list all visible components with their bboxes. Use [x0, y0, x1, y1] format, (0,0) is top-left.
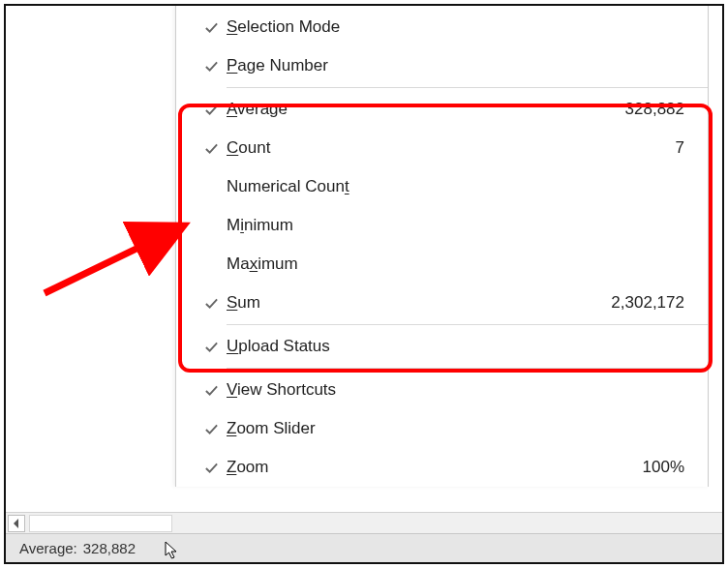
check-column	[196, 422, 227, 436]
menu-separator	[227, 87, 708, 88]
menu-item-value: 2,302,172	[611, 293, 688, 313]
check-icon	[204, 103, 219, 117]
scroll-left-button[interactable]	[8, 515, 25, 532]
check-icon	[204, 141, 219, 156]
svg-line-2	[45, 231, 172, 293]
check-icon	[204, 340, 219, 354]
check-column	[196, 296, 227, 311]
menu-item-label: Average	[227, 100, 288, 119]
check-column	[196, 59, 227, 74]
status-bar: Average: 328,882	[6, 533, 722, 562]
menu-item-minimum[interactable]: Minimum	[176, 206, 708, 245]
menu-item-value: 7	[676, 138, 688, 158]
menu-item-count[interactable]: Count7	[176, 129, 708, 167]
menu-separator	[227, 324, 708, 325]
check-icon	[204, 59, 219, 74]
menu-item-label: Sum	[227, 293, 260, 313]
status-bar-context-menu: Selection ModePage NumberAverage328,882C…	[175, 6, 709, 487]
menu-separator	[227, 368, 708, 369]
menu-item-page-number[interactable]: Page Number	[176, 46, 708, 85]
menu-item-label: Selection Mode	[227, 17, 340, 37]
check-column	[196, 141, 227, 156]
menu-item-label: Count	[227, 138, 270, 158]
annotation-arrow	[37, 214, 192, 301]
menu-item-label: Page Number	[227, 56, 328, 75]
status-average-value: 328,882	[77, 540, 136, 556]
svg-marker-0	[14, 519, 18, 528]
chevron-left-icon	[13, 519, 20, 528]
status-average-label: Average:	[6, 540, 77, 556]
check-icon	[204, 461, 219, 475]
menu-item-label: Zoom Slider	[227, 419, 316, 438]
menu-item-value: 328,882	[625, 100, 688, 119]
check-column	[196, 20, 227, 35]
check-icon	[204, 383, 219, 398]
menu-item-label: Zoom	[227, 458, 268, 477]
menu-item-upload-status[interactable]: Upload Status	[176, 327, 708, 366]
scroll-track[interactable]	[29, 515, 172, 532]
menu-item-zoom-slider[interactable]: Zoom Slider	[176, 409, 708, 448]
check-column	[196, 383, 227, 398]
menu-item-label: Minimum	[227, 216, 293, 235]
check-column	[196, 340, 227, 354]
check-column	[196, 103, 227, 117]
window-frame: Average: 328,882 Selection ModePage Numb…	[4, 4, 724, 564]
menu-item-selection-mode[interactable]: Selection Mode	[176, 8, 708, 46]
menu-item-label: View Shortcuts	[227, 380, 336, 400]
menu-item-numerical-count[interactable]: Numerical Count	[176, 167, 708, 206]
horizontal-scroll-area	[6, 512, 722, 533]
check-icon	[204, 296, 219, 311]
menu-item-value: 100%	[643, 458, 688, 477]
menu-item-maximum[interactable]: Maximum	[176, 245, 708, 284]
check-icon	[204, 20, 219, 35]
menu-item-average[interactable]: Average328,882	[176, 90, 708, 129]
menu-item-zoom[interactable]: Zoom100%	[176, 448, 708, 487]
menu-item-label: Numerical Count	[227, 177, 349, 196]
menu-item-sum[interactable]: Sum2,302,172	[176, 284, 708, 322]
check-icon	[204, 422, 219, 436]
menu-item-view-shortcuts[interactable]: View Shortcuts	[176, 371, 708, 409]
menu-item-label: Upload Status	[227, 337, 330, 356]
check-column	[196, 461, 227, 475]
menu-item-label: Maximum	[227, 254, 298, 274]
